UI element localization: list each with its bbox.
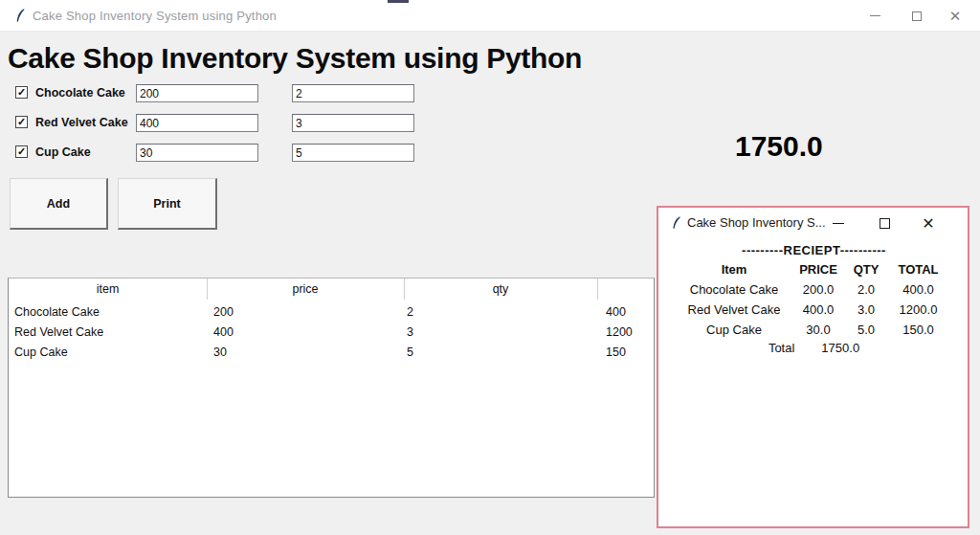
python-feather-icon xyxy=(670,215,683,230)
chocolate-cake-checkbox[interactable]: ✓ xyxy=(15,86,28,99)
cell-item: Cup Cake xyxy=(14,346,68,359)
maximize-icon xyxy=(880,218,890,229)
minimize-icon xyxy=(833,223,844,224)
column-header-qty: qty xyxy=(404,282,597,296)
table-row[interactable]: Red Velvet Cake 400 3 1200 xyxy=(9,322,654,342)
check-icon: ✓ xyxy=(17,145,26,157)
receipt-total: 150.0 xyxy=(886,320,950,340)
close-icon: ✕ xyxy=(922,214,934,233)
column-header-price: price xyxy=(207,282,404,296)
inventory-table: item price qty Chocolate Cake 200 2 400 … xyxy=(8,278,655,498)
minimize-button[interactable] xyxy=(854,0,896,32)
popup-window-title: Cake Shop Inventory S... xyxy=(687,215,826,230)
receipt-qty: 5.0 xyxy=(846,320,886,340)
popup-minimize-button[interactable] xyxy=(819,208,858,239)
receipt-total-label: Total xyxy=(768,341,794,355)
receipt-total: 400.0 xyxy=(886,279,950,300)
column-divider xyxy=(597,279,598,300)
minimize-icon xyxy=(870,15,880,16)
receipt-total-value: 1750.0 xyxy=(821,341,859,355)
grand-total-label: 1750.0 xyxy=(735,130,823,163)
receipt-item: Red Velvet Cake xyxy=(678,300,791,320)
red-velvet-cake-qty-input[interactable] xyxy=(292,114,414,132)
screenshot-artifact xyxy=(388,0,409,3)
receipt-item: Cup Cake xyxy=(678,320,791,340)
maximize-button[interactable] xyxy=(896,0,938,32)
cup-cake-checkbox[interactable]: ✓ xyxy=(15,145,28,158)
receipt-col-total: TOTAL xyxy=(886,259,950,279)
chocolate-cake-label: Chocolate Cake xyxy=(35,86,125,100)
receipt-col-price: PRICE xyxy=(791,259,846,279)
app-screen: Cake Shop Inventory System using Python … xyxy=(0,0,980,535)
cell-price: 200 xyxy=(213,305,234,319)
cell-item: Chocolate Cake xyxy=(14,305,100,319)
receipt-grand-total-row: Total1750.0 xyxy=(678,341,950,361)
page-title: Cake Shop Inventory System using Python xyxy=(8,42,582,75)
receipt-header: ---------RECIEPT---------- xyxy=(678,243,950,257)
cup-cake-label: Cup Cake xyxy=(35,145,91,159)
python-feather-icon xyxy=(13,8,28,23)
popup-maximize-button[interactable] xyxy=(865,208,903,239)
chocolate-cake-qty-input[interactable] xyxy=(292,84,414,102)
receipt-item: Chocolate Cake xyxy=(678,279,791,300)
cell-total: 400 xyxy=(606,305,626,319)
cup-cake-qty-input[interactable] xyxy=(292,144,414,162)
red-velvet-cake-label: Red Velvet Cake xyxy=(35,116,128,129)
print-button[interactable]: Print xyxy=(118,178,217,230)
receipt: ---------RECIEPT---------- Item PRICE QT… xyxy=(678,243,950,361)
cell-total: 1200 xyxy=(606,325,633,339)
receipt-total: 1200.0 xyxy=(886,300,950,320)
popup-close-button[interactable]: ✕ xyxy=(909,208,947,239)
cell-qty: 3 xyxy=(407,325,413,339)
popup-titlebar: Cake Shop Inventory S... ✕ xyxy=(658,208,968,239)
maximize-icon xyxy=(912,11,922,21)
window-title: Cake Shop Inventory System using Python xyxy=(33,9,277,23)
receipt-qty: 3.0 xyxy=(846,300,886,320)
close-button[interactable]: ✕ xyxy=(934,0,976,32)
receipt-price: 30.0 xyxy=(791,320,846,340)
cup-cake-price-input[interactable] xyxy=(136,144,258,162)
cell-item: Red Velvet Cake xyxy=(14,325,103,339)
cell-qty: 5 xyxy=(407,346,413,359)
close-icon: ✕ xyxy=(949,8,962,25)
red-velvet-cake-price-input[interactable] xyxy=(136,114,258,132)
table-row[interactable]: Chocolate Cake 200 2 400 xyxy=(9,301,654,322)
receipt-table: Item PRICE QTY TOTAL Chocolate Cake 200.… xyxy=(678,259,950,340)
cell-qty: 2 xyxy=(407,305,413,319)
receipt-row: Chocolate Cake 200.0 2.0 400.0 xyxy=(678,279,950,300)
receipt-header-row: Item PRICE QTY TOTAL xyxy=(678,259,950,279)
cell-price: 30 xyxy=(213,346,227,359)
receipt-price: 400.0 xyxy=(791,300,846,320)
item-row-red-velvet-cake: ✓ Red Velvet Cake xyxy=(0,114,440,133)
main-titlebar: Cake Shop Inventory System using Python … xyxy=(0,0,980,32)
receipt-row: Red Velvet Cake 400.0 3.0 1200.0 xyxy=(678,300,950,320)
receipt-qty: 2.0 xyxy=(846,279,886,300)
red-velvet-cake-checkbox[interactable]: ✓ xyxy=(15,116,28,128)
add-button[interactable]: Add xyxy=(10,178,108,230)
cell-price: 400 xyxy=(213,325,234,339)
check-icon: ✓ xyxy=(17,86,26,98)
chocolate-cake-price-input[interactable] xyxy=(136,84,258,102)
item-row-cup-cake: ✓ Cup Cake xyxy=(0,144,440,163)
receipt-row: Cup Cake 30.0 5.0 150.0 xyxy=(678,320,950,340)
item-row-chocolate-cake: ✓ Chocolate Cake xyxy=(0,84,440,103)
receipt-col-item: Item xyxy=(678,259,791,279)
check-icon: ✓ xyxy=(17,116,26,127)
column-header-item: item xyxy=(9,282,207,296)
receipt-price: 200.0 xyxy=(791,279,846,300)
receipt-popup-window: Cake Shop Inventory S... ✕ ---------RECI… xyxy=(657,206,969,528)
table-row[interactable]: Cup Cake 30 5 150 xyxy=(9,342,654,362)
cell-total: 150 xyxy=(606,346,626,359)
receipt-col-qty: QTY xyxy=(846,259,886,279)
